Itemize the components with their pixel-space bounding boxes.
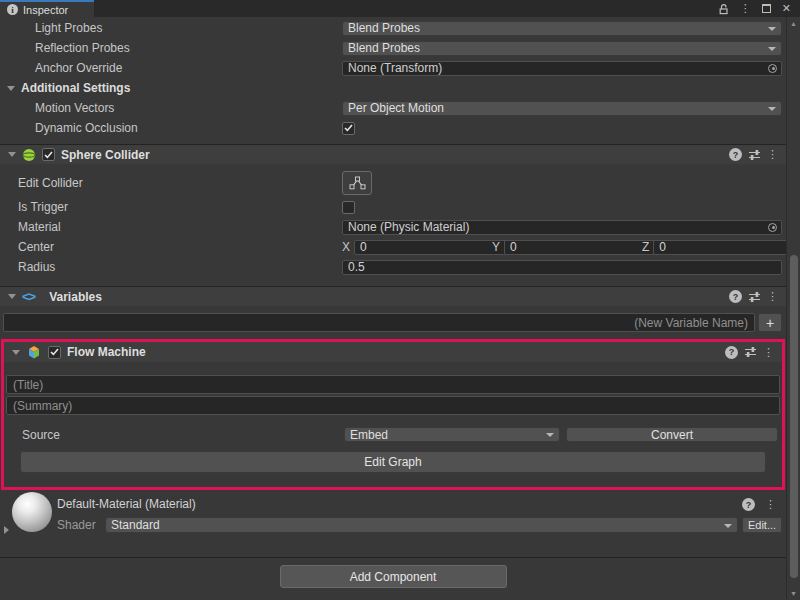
flow-machine-icon	[26, 345, 42, 360]
material-sphere-preview	[12, 492, 52, 532]
dynamic-occlusion-label: Dynamic Occlusion	[18, 121, 342, 135]
center-z-input[interactable]	[653, 240, 800, 255]
scroll-down-icon[interactable]: ▼	[787, 590, 800, 597]
is-trigger-label: Is Trigger	[18, 200, 342, 214]
chevron-down-icon	[768, 47, 776, 51]
physic-material-object-field[interactable]: None (Physic Material)	[342, 220, 782, 235]
component-menu-icon[interactable]: ⋮	[767, 290, 778, 303]
shader-dropdown[interactable]: Standard	[105, 517, 738, 533]
window-menu-icon[interactable]: ⋮	[740, 3, 751, 14]
row-radius: Radius	[18, 257, 782, 277]
graph-title-input[interactable]	[6, 375, 780, 394]
help-icon[interactable]: ?	[729, 290, 742, 303]
window-controls: ⋮ ✕	[718, 0, 800, 17]
tab-inspector[interactable]: i Inspector	[0, 0, 94, 17]
reflection-probes-dropdown[interactable]: Blend Probes	[342, 41, 782, 56]
reflection-probes-value: Blend Probes	[348, 41, 420, 55]
source-dropdown[interactable]: Embed	[344, 427, 560, 442]
center-label: Center	[18, 240, 342, 254]
sphere-collider-enabled-checkbox[interactable]	[42, 148, 55, 161]
sphere-collider-icon	[22, 148, 36, 162]
component-menu-icon[interactable]: ⋮	[767, 148, 778, 161]
radius-input[interactable]	[342, 260, 782, 275]
row-is-trigger: Is Trigger	[18, 197, 782, 217]
check-icon	[50, 348, 59, 356]
source-label: Source	[22, 428, 344, 442]
anchor-override-object-field[interactable]: None (Transform)	[342, 61, 782, 76]
material-title: Default-Material (Material)	[0, 490, 786, 511]
object-picker-icon[interactable]	[768, 64, 777, 73]
inspector-content: Light Probes Blend Probes Reflection Pro…	[0, 17, 786, 600]
inspector-window: i Inspector ⋮ ✕ Light Probes Blend Probe…	[0, 0, 800, 600]
row-light-probes: Light Probes Blend Probes	[18, 18, 782, 38]
foldout-open-icon[interactable]	[8, 152, 16, 157]
foldout-collapsed-icon[interactable]	[4, 526, 9, 534]
additional-settings-foldout[interactable]: Additional Settings	[7, 78, 782, 98]
sphere-collider-header[interactable]: Sphere Collider ? ⋮	[0, 144, 786, 164]
variables-icon: <>	[22, 289, 35, 304]
material-menu-icon[interactable]: ⋮	[765, 498, 776, 511]
close-icon[interactable]: ✕	[782, 3, 791, 14]
shader-edit-button[interactable]: Edit...	[742, 517, 782, 533]
motion-vectors-dropdown[interactable]: Per Object Motion	[342, 101, 782, 116]
scrollbar[interactable]: ▲ ▼	[786, 17, 800, 600]
light-probes-value: Blend Probes	[348, 21, 420, 35]
convert-button[interactable]: Convert	[566, 427, 778, 442]
scrollbar-thumb[interactable]	[790, 255, 798, 578]
tab-inspector-label: Inspector	[23, 4, 68, 16]
add-variable-button[interactable]: +	[758, 313, 782, 332]
material-label: Material	[18, 220, 342, 234]
row-material: Material None (Physic Material)	[18, 217, 782, 237]
axis-y-label[interactable]: Y	[492, 240, 504, 254]
source-value: Embed	[350, 428, 388, 442]
graph-summary-input[interactable]	[6, 396, 780, 415]
chevron-down-icon	[546, 433, 554, 437]
edit-graph-button[interactable]: Edit Graph	[20, 451, 766, 473]
object-picker-icon[interactable]	[768, 223, 777, 232]
flow-machine-enabled-checkbox[interactable]	[48, 346, 61, 359]
foldout-open-icon[interactable]	[12, 350, 20, 355]
row-center: Center X Y Z	[18, 237, 782, 257]
axis-z-label[interactable]: Z	[642, 240, 653, 254]
new-variable-name-input[interactable]	[3, 313, 755, 332]
axis-x-label[interactable]: X	[342, 240, 354, 254]
foldout-open-icon[interactable]	[8, 294, 16, 299]
anchor-override-value: None (Transform)	[348, 61, 442, 75]
maximize-icon[interactable]	[762, 4, 771, 13]
row-shader: Shader Standard Edit...	[57, 517, 782, 533]
scroll-up-icon[interactable]: ▲	[787, 20, 800, 27]
center-y-group: Y	[492, 240, 632, 255]
motion-vectors-value: Per Object Motion	[348, 101, 444, 115]
row-source: Source Embed Convert	[6, 427, 780, 442]
edit-collider-button[interactable]	[342, 171, 372, 195]
edit-collider-label: Edit Collider	[18, 176, 342, 190]
help-icon[interactable]: ?	[729, 148, 742, 161]
presets-icon[interactable]	[748, 149, 761, 161]
lock-icon[interactable]	[718, 3, 729, 15]
shader-label: Shader	[57, 518, 105, 532]
light-probes-label: Light Probes	[18, 21, 342, 35]
presets-icon[interactable]	[744, 346, 757, 358]
add-component-button[interactable]: Add Component	[280, 565, 507, 588]
material-preview-section: Default-Material (Material) ? ⋮ Shader S…	[0, 490, 786, 539]
renderer-settings: Light Probes Blend Probes Reflection Pro…	[0, 17, 786, 138]
foldout-open-icon	[7, 86, 15, 91]
sphere-collider-body: Edit Collider Is Trigger Material None (…	[0, 164, 786, 286]
presets-icon[interactable]	[748, 291, 761, 303]
help-icon[interactable]: ?	[725, 346, 738, 359]
physic-material-value: None (Physic Material)	[348, 220, 469, 234]
dynamic-occlusion-checkbox[interactable]	[342, 122, 355, 135]
anchor-override-label: Anchor Override	[18, 61, 342, 75]
is-trigger-checkbox[interactable]	[342, 201, 355, 214]
light-probes-dropdown[interactable]: Blend Probes	[342, 21, 782, 36]
row-dynamic-occlusion: Dynamic Occlusion	[18, 118, 782, 138]
sphere-collider-title: Sphere Collider	[61, 148, 150, 162]
variables-title: Variables	[49, 290, 102, 304]
component-menu-icon[interactable]: ⋮	[763, 346, 774, 359]
additional-settings-label: Additional Settings	[21, 81, 130, 95]
variables-header[interactable]: <> Variables ? ⋮	[0, 286, 786, 306]
flow-machine-header[interactable]: Flow Machine ? ⋮	[4, 342, 782, 362]
motion-vectors-label: Motion Vectors	[18, 101, 342, 115]
center-z-group: Z	[642, 240, 782, 255]
help-icon[interactable]: ?	[742, 498, 755, 511]
